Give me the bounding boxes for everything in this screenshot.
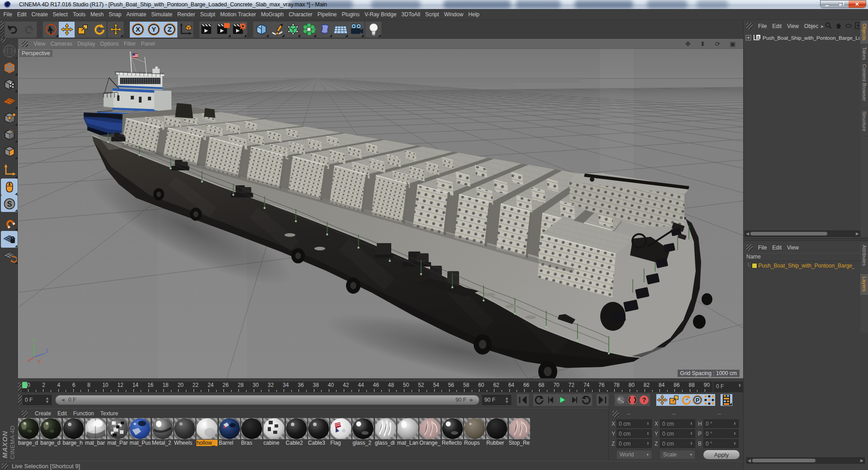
svg-text:Y: Y <box>33 338 36 343</box>
svg-text:Z: Z <box>167 25 171 33</box>
svg-text:Y: Y <box>151 25 156 33</box>
svg-text:P: P <box>696 397 700 404</box>
svg-text:0: 0 <box>757 35 759 39</box>
svg-text:X: X <box>38 359 41 364</box>
svg-text:S: S <box>7 200 12 208</box>
svg-text:?: ? <box>642 396 646 404</box>
svg-text:Z: Z <box>46 348 48 353</box>
svg-text:X: X <box>135 25 140 33</box>
